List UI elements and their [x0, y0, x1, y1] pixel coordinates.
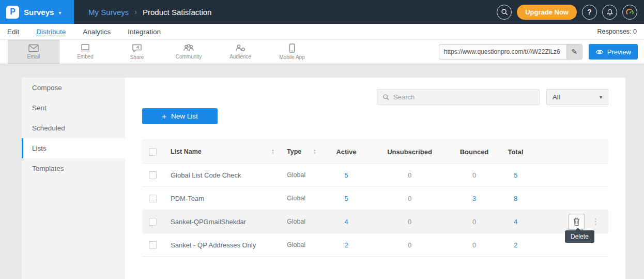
unsubscribed-count: 0 — [367, 187, 452, 210]
col-list-name: List Name — [171, 148, 202, 155]
list-search-input[interactable] — [393, 93, 534, 101]
search-button[interactable] — [497, 5, 512, 20]
total-count[interactable]: 5 — [496, 164, 535, 186]
sidebar-item-sent[interactable]: Sent — [22, 98, 125, 118]
col-type: Type — [287, 148, 301, 155]
tool-label: Share — [130, 54, 144, 60]
topbar-actions: Upgrade Now ? — [497, 5, 644, 20]
delete-button[interactable] — [569, 214, 585, 230]
lists-panel: All ▾ + New List List Name ▲▼ Type — [125, 78, 625, 279]
table-row: Sanket-QPGmailShekdar Global 4 0 0 4 ⋮ D… — [142, 210, 608, 233]
active-count[interactable]: 5 — [326, 187, 367, 210]
tool-mobile-app[interactable]: Mobile App — [266, 40, 318, 64]
tool-email[interactable]: Email — [8, 40, 59, 64]
row-checkbox[interactable] — [149, 218, 157, 226]
new-list-button[interactable]: + New List — [142, 108, 218, 124]
channel-tools: Email Embed Share Community Audience Mob… — [8, 40, 318, 64]
active-count[interactable]: 2 — [326, 233, 367, 256]
col-active: Active — [326, 140, 367, 163]
notifications-button[interactable] — [602, 5, 617, 20]
list-name-link[interactable]: Sanket - QP Addresses Only — [171, 241, 256, 249]
distribute-toolbar: Email Embed Share Community Audience Mob… — [0, 40, 644, 64]
bounced-count: 0 — [452, 233, 496, 256]
table-header-row: List Name ▲▼ Type ▲▼ Active Unsubscribed… — [142, 140, 608, 164]
list-type: Global — [277, 210, 326, 233]
active-count[interactable]: 4 — [326, 210, 367, 233]
tool-share[interactable]: Share — [111, 40, 163, 64]
survey-url-input[interactable] — [439, 45, 566, 59]
chevron-right-icon: › — [134, 8, 137, 16]
tool-audience[interactable]: Audience — [214, 40, 266, 64]
delete-tooltip: Delete — [565, 230, 594, 243]
caret-down-icon: ▾ — [600, 94, 602, 100]
list-name-link[interactable]: Sanket-QPGmailShekdar — [171, 218, 246, 226]
upgrade-button[interactable]: Upgrade Now — [517, 5, 577, 20]
toolbar-right: ✎ Preview — [439, 44, 644, 60]
sidebar-item-compose[interactable]: Compose — [22, 78, 125, 98]
unsubscribed-count: 0 — [367, 210, 452, 233]
email-sidebar: Compose Sent Scheduled Lists Templates — [22, 78, 125, 279]
list-name-link[interactable]: PDM-Team — [171, 195, 204, 202]
total-count[interactable]: 4 — [496, 210, 535, 233]
sidebar-item-lists[interactable]: Lists — [22, 138, 125, 158]
total-count[interactable]: 2 — [496, 233, 535, 256]
table-row: PDM-Team Global 5 0 3 8 — [142, 187, 608, 210]
breadcrumb-my-surveys[interactable]: My Surveys — [88, 8, 129, 17]
mobile-app-icon — [289, 43, 295, 53]
row-checkbox[interactable] — [149, 171, 157, 179]
list-filter-select[interactable]: All ▾ — [546, 89, 608, 105]
product-menu[interactable]: P Surveys ▾ — [0, 0, 74, 24]
bounced-count[interactable]: 3 — [452, 187, 496, 210]
preview-button[interactable]: Preview — [589, 44, 638, 60]
tool-label: Community — [176, 54, 202, 60]
select-all-checkbox[interactable] — [149, 148, 157, 156]
more-menu-icon[interactable]: ⋮ — [592, 217, 600, 226]
sidebar-item-templates[interactable]: Templates — [22, 158, 125, 179]
questionpro-logo-icon: P — [6, 6, 19, 19]
sort-icon[interactable]: ▲▼ — [271, 149, 274, 155]
tool-label: Embed — [77, 54, 94, 60]
survey-url-box: ✎ — [439, 44, 582, 60]
responses-count: Responses: 0 — [597, 28, 637, 35]
tool-embed[interactable]: Embed — [59, 40, 111, 64]
list-type: Global — [277, 164, 326, 186]
sort-icon[interactable]: ▲▼ — [313, 149, 316, 155]
tool-community[interactable]: Community — [163, 40, 214, 64]
bounced-count: 0 — [452, 164, 496, 186]
account-menu-button[interactable] — [622, 5, 637, 20]
lists-table: List Name ▲▼ Type ▲▼ Active Unsubscribed… — [142, 140, 608, 257]
tab-analytics[interactable]: Analytics — [83, 28, 111, 36]
audience-icon — [235, 44, 246, 52]
list-type: Global — [277, 187, 326, 210]
plus-icon: + — [162, 112, 166, 121]
col-total: Total — [496, 140, 535, 163]
sidebar-item-scheduled[interactable]: Scheduled — [22, 118, 125, 138]
page: P Surveys ▾ My Surveys › Product Satisfa… — [0, 0, 644, 279]
active-count[interactable]: 5 — [326, 164, 367, 186]
list-name-link[interactable]: Global List Code Check — [171, 171, 241, 179]
list-type: Global — [277, 233, 326, 256]
tool-label: Audience — [229, 54, 251, 60]
edit-url-button[interactable]: ✎ — [566, 45, 582, 59]
col-unsubscribed: Unsubscribed — [367, 140, 452, 163]
tab-integration[interactable]: Integration — [128, 28, 161, 36]
caret-down-icon: ▾ — [58, 10, 61, 16]
new-list-label: New List — [171, 112, 198, 120]
filter-value: All — [553, 93, 560, 101]
row-checkbox[interactable] — [149, 241, 157, 249]
bell-icon — [606, 8, 614, 16]
tab-edit[interactable]: Edit — [7, 28, 19, 36]
preview-label: Preview — [607, 48, 631, 56]
unsubscribed-count: 0 — [367, 233, 452, 256]
tab-distribute[interactable]: Distribute — [36, 28, 66, 36]
share-icon — [132, 44, 142, 53]
search-icon — [382, 94, 389, 100]
row-checkbox[interactable] — [149, 195, 157, 202]
survey-tabbar: Edit Distribute Analytics Integration Re… — [0, 24, 644, 40]
tool-label: Mobile App — [279, 54, 304, 60]
help-button[interactable]: ? — [582, 5, 597, 20]
topbar: P Surveys ▾ My Surveys › Product Satisfa… — [0, 0, 644, 24]
gauge-avatar-icon — [625, 8, 634, 17]
unsubscribed-count: 0 — [367, 164, 452, 186]
total-count[interactable]: 8 — [496, 187, 535, 210]
